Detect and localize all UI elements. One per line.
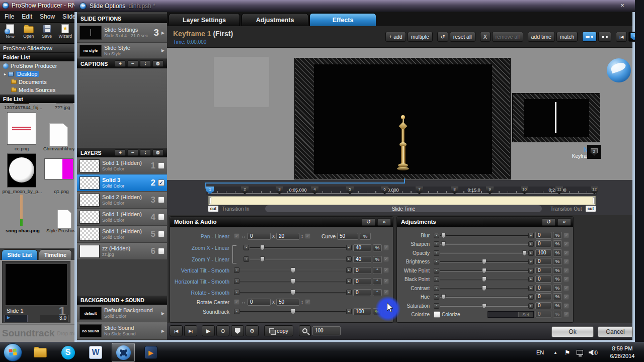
file-thumbnail[interactable] bbox=[20, 195, 23, 226]
zoom-y-slider[interactable]: ▪ ▸ bbox=[244, 256, 352, 262]
volume-icon[interactable]: ))) bbox=[589, 342, 598, 362]
slider-left-button[interactable]: ▪ bbox=[244, 256, 249, 262]
contrast-value[interactable]: 0 bbox=[535, 285, 551, 292]
ok-button[interactable]: Ok bbox=[551, 326, 594, 337]
zoom-y-checkbox[interactable]: ✓ bbox=[383, 256, 389, 262]
slider-right-button[interactable]: ▸ bbox=[528, 241, 534, 247]
file-thumbnail[interactable] bbox=[7, 112, 36, 145]
soundtrack-bar[interactable]: Soundtrack Drop music her bbox=[0, 324, 74, 342]
dialog-titlebar[interactable]: Slide Options dinh.psh * bbox=[74, 0, 635, 12]
slider-thumb[interactable] bbox=[482, 286, 487, 291]
reorder-caption-button[interactable]: ▲▼ bbox=[140, 60, 151, 67]
menu-file[interactable]: File bbox=[5, 13, 14, 20]
slider-thumb[interactable] bbox=[291, 290, 295, 295]
tab-slide-list[interactable]: Slide List bbox=[2, 249, 38, 260]
blur-slider[interactable]: ▪▸ bbox=[434, 232, 534, 239]
tray-language[interactable]: EN bbox=[536, 342, 544, 362]
add-keyframe-button[interactable]: +add bbox=[385, 32, 406, 42]
tree-item-documents[interactable]: Documents bbox=[0, 78, 74, 86]
vertical-tilt-slider[interactable]: ▪ ▸ bbox=[234, 267, 352, 274]
slider-left-button[interactable]: ▪ bbox=[234, 309, 239, 314]
menu-edit[interactable]: Edit bbox=[22, 13, 32, 20]
soundtrack-slider[interactable]: ▪ ▸ bbox=[234, 308, 352, 315]
taskbar-word-button[interactable]: W bbox=[84, 343, 107, 362]
colorize-value[interactable]: 0 bbox=[535, 311, 551, 318]
black-point-value[interactable]: 0 bbox=[535, 276, 551, 283]
reset-icon-button[interactable]: ↺ bbox=[437, 32, 448, 42]
reset-all-button[interactable]: reset all bbox=[450, 32, 475, 42]
slide-time-bar[interactable]: Slide Time bbox=[265, 205, 542, 212]
slider-right-button[interactable]: ▸ bbox=[528, 277, 534, 282]
sharpen-checkbox[interactable]: ✓ bbox=[564, 241, 569, 247]
slider-left-button[interactable]: ▪ bbox=[234, 267, 239, 273]
slider-left-button[interactable]: ▪ bbox=[434, 286, 439, 291]
opacity-slider[interactable]: ▪▸ bbox=[434, 250, 534, 256]
brightness-slider[interactable]: ▪▸ bbox=[434, 258, 534, 265]
settings-button[interactable]: ⚙ bbox=[246, 325, 259, 336]
reorder-layer-button[interactable]: ▲▼ bbox=[140, 149, 151, 156]
layer-row-6[interactable]: zz (Hidden)zz.jpg 6 bbox=[77, 243, 167, 260]
horizontal-tilt-value[interactable]: 0 bbox=[353, 278, 371, 285]
reset-icon[interactable]: ↺ bbox=[362, 218, 375, 226]
remove-keyframe-button[interactable]: X bbox=[480, 32, 491, 42]
white-point-value[interactable]: 0 bbox=[535, 267, 551, 274]
vertical-tilt-checkbox[interactable]: ✓ bbox=[383, 267, 389, 273]
close-icon[interactable]: × bbox=[618, 2, 627, 10]
slider-right-button[interactable]: ▸ bbox=[346, 245, 352, 250]
colorize-checkbox[interactable] bbox=[434, 311, 440, 318]
file-thumbnail[interactable] bbox=[44, 158, 73, 179]
show-hidden-icons[interactable]: ▲ bbox=[553, 342, 557, 362]
slider-thumb[interactable] bbox=[291, 279, 295, 284]
file-thumbnail[interactable] bbox=[49, 123, 68, 146]
layer-visibility-checkbox[interactable] bbox=[158, 248, 165, 254]
slider-left-button[interactable]: ▪ bbox=[434, 259, 439, 264]
time-bar-right-handle[interactable] bbox=[593, 197, 595, 204]
slider-thumb[interactable] bbox=[482, 277, 487, 282]
slide-thumbnail[interactable] bbox=[5, 263, 67, 306]
file-label[interactable]: Style Proshow... bbox=[46, 228, 74, 233]
collapse-panel-icon[interactable]: « bbox=[557, 218, 571, 226]
layer-visibility-checkbox[interactable] bbox=[158, 214, 165, 220]
slider-thumb[interactable] bbox=[260, 245, 265, 250]
hue-value[interactable]: 0 bbox=[535, 293, 551, 300]
action-center-flag-icon[interactable]: ⚑ bbox=[565, 342, 571, 362]
slider-right-button[interactable]: ▸ bbox=[528, 294, 534, 300]
saturation-slider[interactable]: ▪▸ bbox=[434, 303, 534, 309]
blur-checkbox[interactable]: ✓ bbox=[564, 233, 569, 238]
file-thumbnail[interactable] bbox=[56, 103, 73, 104]
zoom-x-slider[interactable]: ▪ ▸ bbox=[244, 244, 352, 251]
black-point-checkbox[interactable]: ✓ bbox=[564, 277, 569, 282]
rotate-center-checkbox[interactable]: ✓ bbox=[234, 299, 239, 305]
slider-right-button[interactable]: ▸ bbox=[528, 233, 534, 238]
slide-duration[interactable]: 3.0 bbox=[40, 315, 69, 322]
brightness-checkbox[interactable]: ✓ bbox=[564, 259, 569, 264]
slider-thumb[interactable] bbox=[441, 241, 446, 247]
remove-caption-button[interactable]: − bbox=[127, 60, 138, 67]
slider-right-button[interactable]: ▸ bbox=[346, 279, 352, 284]
slider-right-button[interactable]: ▸ bbox=[528, 303, 534, 309]
play-button[interactable]: ▶ bbox=[202, 325, 215, 336]
opacity-value[interactable]: 100 bbox=[535, 249, 551, 256]
tree-item-desktop[interactable]: ▸ Desktop bbox=[0, 70, 74, 78]
layer-row-1[interactable]: Solid 1 (Hidden)Solid Color 1 bbox=[77, 157, 167, 174]
remove-all-button[interactable]: remove all bbox=[492, 32, 523, 42]
slide-play-button[interactable]: ▶ bbox=[5, 315, 28, 322]
zoom-y-value[interactable]: 40 bbox=[353, 256, 371, 263]
layer-visibility-checkbox[interactable] bbox=[158, 197, 165, 203]
file-label[interactable]: png_moon_by_p... bbox=[0, 189, 44, 194]
remove-layer-button[interactable]: − bbox=[127, 149, 138, 156]
brightness-value[interactable]: 0 bbox=[535, 258, 551, 265]
copy-button[interactable]: copy bbox=[264, 325, 293, 336]
clock[interactable]: 8:59 PM 6/28/2014 bbox=[604, 342, 641, 362]
pan-x-input[interactable]: 0 bbox=[248, 233, 271, 240]
slide-cell[interactable]: Slide 1 1 ▶ 3.0 bbox=[2, 261, 70, 323]
slider-right-button[interactable]: ▸ bbox=[528, 286, 534, 291]
captions-list[interactable] bbox=[77, 68, 167, 148]
file-label[interactable]: cc.png bbox=[7, 146, 36, 151]
layer-row-5[interactable]: Solid 1 (Hidden)Solid Color 5 bbox=[77, 226, 167, 243]
candlestick-layer[interactable] bbox=[396, 115, 410, 170]
previous-keyframe-button[interactable]: |◀ bbox=[616, 32, 627, 42]
main-window-titlebar[interactable]: ProShow Producer - RND bbox=[0, 0, 74, 11]
colorize-swatch[interactable]: Set bbox=[488, 311, 534, 318]
slider-right-button[interactable]: ▸ bbox=[346, 290, 352, 295]
